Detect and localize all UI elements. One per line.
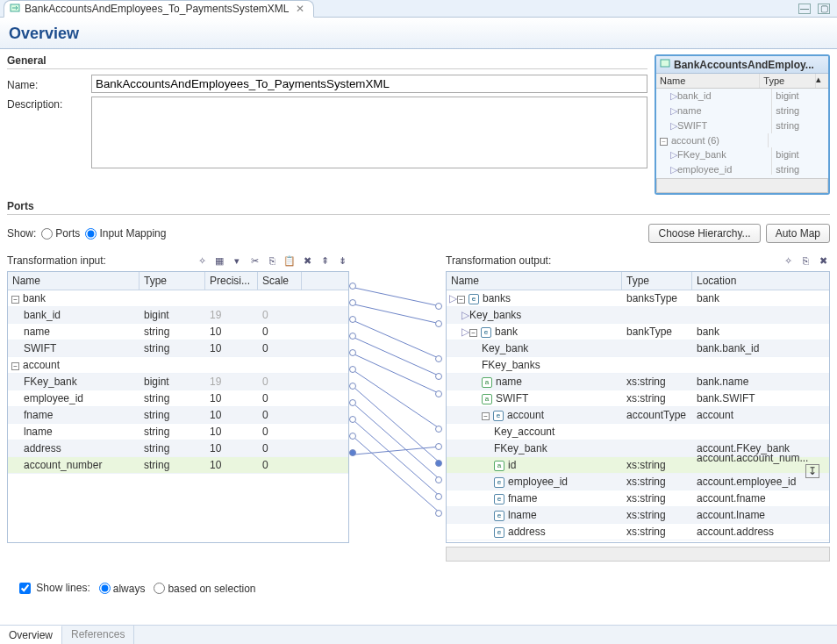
mapping-port[interactable]	[435, 373, 442, 380]
output-row[interactable]: ▷−ebanksbanksTypebank	[447, 290, 829, 307]
output-row[interactable]: ▷−ebankbankTypebank	[447, 324, 829, 340]
input-row[interactable]: FKey_bankbigint190	[8, 374, 348, 390]
mapping-port[interactable]	[349, 449, 356, 456]
mapping-port[interactable]	[435, 476, 442, 483]
wand-icon[interactable]: ✧	[195, 254, 209, 268]
expand-icon[interactable]: −	[660, 138, 668, 146]
mapping-area[interactable]	[349, 252, 446, 576]
auto-map-button[interactable]: Auto Map	[766, 224, 830, 243]
mapping-port[interactable]	[349, 416, 356, 423]
mapping-port[interactable]	[435, 355, 442, 362]
input-row[interactable]: addressstring100	[8, 440, 348, 457]
collapse-icon[interactable]: −	[457, 296, 465, 304]
mapping-port[interactable]	[349, 316, 356, 323]
column-header[interactable]: Scale	[258, 272, 302, 290]
output-row[interactable]: aSWIFTxs:stringbank.SWIFT	[447, 390, 829, 407]
show-lines-checkbox[interactable]: Show lines:	[16, 580, 90, 597]
output-grid[interactable]: NameTypeLocation ▷−ebanksbanksTypebank▷K…	[446, 271, 830, 543]
column-header[interactable]: Location	[692, 272, 824, 290]
thumb-col-type[interactable]: Type	[760, 74, 816, 88]
maximize-icon[interactable]: ▢	[818, 4, 830, 14]
column-header[interactable]: Precisi...	[205, 272, 258, 290]
mapping-port[interactable]	[435, 493, 442, 500]
mapping-port[interactable]	[349, 383, 356, 390]
input-row[interactable]: −account	[8, 357, 348, 374]
close-icon[interactable]: ✕	[296, 3, 304, 15]
input-row[interactable]: account_numberstring100	[8, 457, 348, 474]
thumb-row[interactable]: ▷namestring	[656, 104, 828, 118]
choose-hierarchy-button[interactable]: Choose Hierarchy...	[648, 224, 760, 243]
input-row[interactable]: employee_idstring100	[8, 390, 348, 407]
output-row[interactable]: efnamexs:stringaccount.fname	[447, 490, 829, 507]
output-row[interactable]: anamexs:stringbank.name	[447, 374, 829, 390]
output-row[interactable]: ▷Key_banks	[447, 307, 829, 324]
thumb-row[interactable]: −account (6)	[656, 133, 828, 147]
mapping-port[interactable]	[435, 426, 442, 433]
output-row[interactable]: FKey_banks	[447, 357, 829, 374]
output-row[interactable]: −eaccountaccountTypeaccount	[447, 407, 829, 424]
collapse-icon[interactable]: −	[11, 362, 19, 370]
collapse-icon[interactable]: −	[469, 329, 477, 337]
new-icon[interactable]: ▦	[212, 254, 226, 268]
mapping-port[interactable]	[435, 460, 442, 467]
input-row[interactable]: lnamestring100	[8, 424, 348, 440]
mapping-port[interactable]	[349, 299, 356, 306]
mapping-port[interactable]	[349, 366, 356, 373]
mapping-port[interactable]	[349, 333, 356, 340]
tab-overview[interactable]: Overview	[0, 626, 62, 644]
input-grid[interactable]: NameTypePrecisi...Scale −bankbank_idbigi…	[7, 271, 349, 543]
output-row[interactable]: eemployee_idxs:stringaccount.employee_id	[447, 474, 829, 490]
editor-tab-active[interactable]: BankAccountsAndEmployees_To_PaymentsSyst…	[4, 0, 314, 18]
wand-icon[interactable]: ✧	[781, 254, 795, 268]
collapse-icon[interactable]: −	[482, 412, 490, 420]
column-header[interactable]: Name	[8, 272, 140, 290]
input-row[interactable]: SWIFTstring100	[8, 340, 348, 357]
minimize-icon[interactable]: —	[798, 4, 811, 14]
output-row[interactable]: Key_bankbank.bank_id	[447, 340, 829, 357]
radio-lines-always[interactable]: always	[99, 583, 146, 595]
thumb-row[interactable]: ▷bank_idbigint	[656, 89, 828, 104]
collapse-icon[interactable]: −	[11, 296, 19, 304]
mapping-port[interactable]	[435, 320, 442, 327]
output-row[interactable]: eaddressxs:stringaccount.address	[447, 524, 829, 540]
radio-input-mapping[interactable]: Input Mapping	[85, 227, 166, 240]
paste-icon[interactable]: 📋	[283, 254, 297, 268]
input-row[interactable]: namestring100	[8, 324, 348, 340]
input-row[interactable]: fnamestring100	[8, 407, 348, 424]
column-header[interactable]: Name	[447, 272, 622, 290]
column-header[interactable]	[302, 272, 337, 290]
mapping-port[interactable]	[435, 390, 442, 397]
delete-icon[interactable]: ✖	[816, 254, 830, 268]
mapping-port[interactable]	[435, 303, 442, 310]
thumb-row[interactable]: ▷SWIFTstring	[656, 118, 828, 133]
name-input[interactable]	[91, 75, 647, 93]
thumb-scrollbar-h[interactable]	[656, 178, 828, 193]
column-header[interactable]: Type	[622, 272, 692, 290]
mapping-port[interactable]	[349, 433, 356, 440]
mapping-port[interactable]	[435, 443, 442, 450]
radio-lines-selection[interactable]: based on selection	[154, 583, 255, 595]
output-row[interactable]: aidxs:stringaccount.account_num...↧	[447, 457, 829, 474]
output-scrollbar-h[interactable]	[446, 547, 830, 562]
delete-icon[interactable]: ✖	[300, 254, 314, 268]
output-row[interactable]: elnamexs:stringaccount.lname	[447, 507, 829, 524]
down-icon[interactable]: ⇟	[335, 254, 349, 268]
thumb-col-name[interactable]: Name	[656, 74, 760, 88]
mapping-port[interactable]	[349, 349, 356, 356]
tab-references[interactable]: References	[62, 626, 134, 644]
split-icon[interactable]: ▾	[230, 254, 244, 268]
copy-icon[interactable]: ⎘	[265, 254, 279, 268]
input-row[interactable]: −bank	[8, 290, 348, 307]
cut-icon[interactable]: ✂	[247, 254, 261, 268]
mapping-port[interactable]	[349, 283, 356, 290]
thumb-row[interactable]: ▷FKey_bankbigint	[656, 147, 828, 162]
description-input[interactable]	[91, 97, 647, 168]
mapping-port[interactable]	[435, 510, 442, 517]
copy-icon[interactable]: ⎘	[798, 254, 812, 268]
mapping-port[interactable]	[349, 399, 356, 406]
thumb-row[interactable]: ▷employee_idstring	[656, 162, 828, 175]
structure-thumbnail[interactable]: BankAccountsAndEmploy... Name Type ▴ ▷ba…	[655, 54, 830, 195]
up-icon[interactable]: ⇞	[318, 254, 332, 268]
radio-ports[interactable]: Ports	[41, 227, 80, 240]
column-header[interactable]: Type	[140, 272, 205, 290]
